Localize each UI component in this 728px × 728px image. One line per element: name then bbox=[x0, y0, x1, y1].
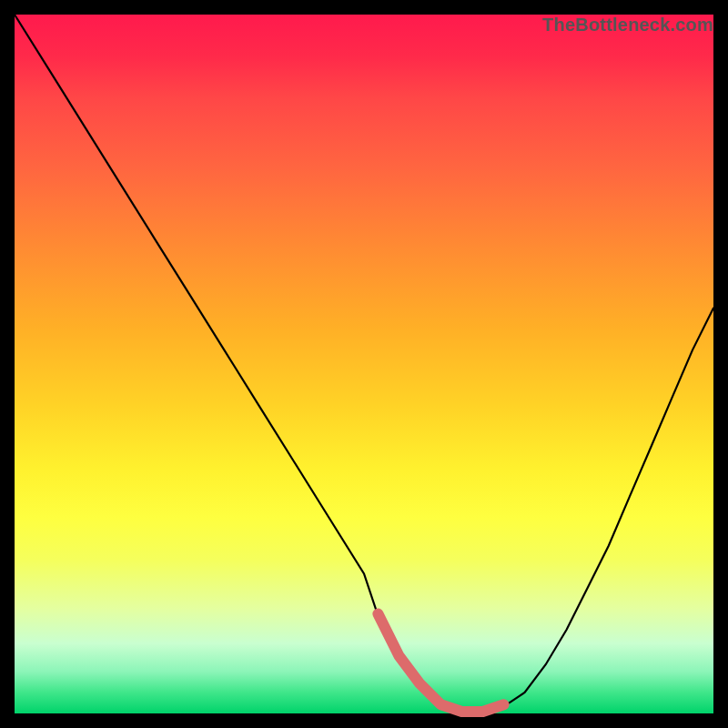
bottleneck-curve bbox=[15, 15, 713, 713]
curve-overlay bbox=[15, 15, 713, 713]
highlight-segment bbox=[378, 614, 503, 713]
